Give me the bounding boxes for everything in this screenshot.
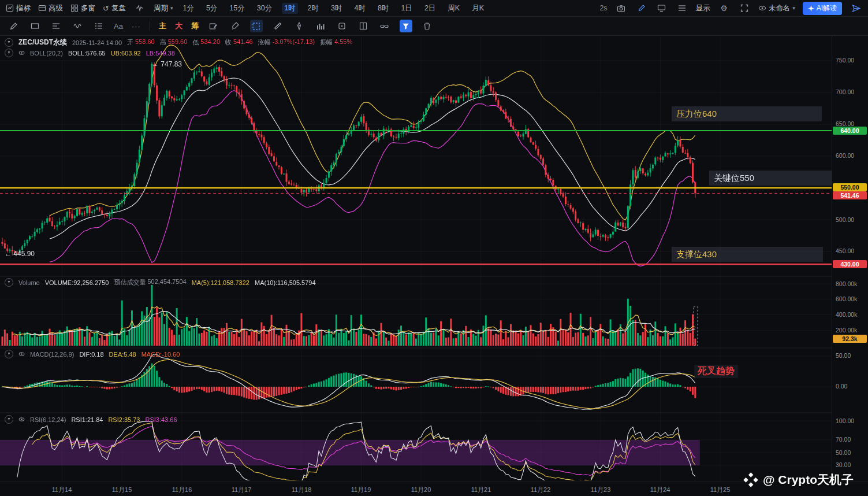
period-dropdown[interactable]: 周期▾ xyxy=(154,3,173,13)
filter-tool-active[interactable] xyxy=(400,20,412,32)
tf-1w[interactable]: 周K xyxy=(445,3,462,14)
tf-15m[interactable]: 15分 xyxy=(227,3,247,14)
display-menu[interactable]: 显示 xyxy=(696,3,710,13)
pressure-annotation[interactable]: 压力位640 xyxy=(672,106,822,121)
price-tick: 500.00 xyxy=(836,216,854,223)
tf-2h[interactable]: 2时 xyxy=(306,3,321,14)
last-price-badge: 541.46 xyxy=(833,191,867,199)
replay-label: 复盘 xyxy=(111,3,126,13)
multiwindow-menu[interactable]: 多窗 xyxy=(70,3,95,13)
panel-icon xyxy=(359,22,367,30)
rsi1-value: RSI1:21.84 xyxy=(71,416,103,423)
tf-8h[interactable]: 8时 xyxy=(375,3,391,14)
tf-5m[interactable]: 5分 xyxy=(204,3,219,14)
monitor-icon xyxy=(657,4,666,12)
pen-tool[interactable] xyxy=(293,20,306,32)
boll-legend-row: ▾ BOLL(20,2) BOLL:576.65 UB:603.92 LB:54… xyxy=(5,49,175,57)
close-value: 541.46 xyxy=(233,38,253,47)
indicator-icon xyxy=(6,4,14,12)
frame-tool[interactable] xyxy=(336,20,348,32)
time-label: 11月16 xyxy=(172,486,192,494)
tf-1h-active[interactable]: 1时 xyxy=(282,3,297,14)
low-value: 534.20 xyxy=(200,38,220,47)
fullscreen-button[interactable] xyxy=(738,2,751,14)
lines-tool[interactable] xyxy=(50,20,62,32)
list-button[interactable] xyxy=(676,2,688,14)
volume-value: VOLUME:92,256.2750 xyxy=(45,279,109,286)
wave-tool[interactable] xyxy=(71,20,84,32)
collapse-macd-icon[interactable]: ▾ xyxy=(5,350,13,358)
speed-label[interactable]: 2s xyxy=(599,4,607,12)
key-level-annotation[interactable]: 关键位550 xyxy=(709,171,832,186)
rect-tool[interactable] xyxy=(28,20,41,32)
delete-tool[interactable] xyxy=(421,20,434,32)
display-label: 显示 xyxy=(696,3,710,13)
layout-button[interactable] xyxy=(655,2,668,14)
est-volume-value: 502,454.7504 xyxy=(147,278,186,287)
rsi2-value: RSI2:35.73 xyxy=(108,416,140,423)
tf-1mo[interactable]: 月K xyxy=(470,3,486,14)
draw-pencil-tool[interactable] xyxy=(7,20,20,32)
collapse-symbol-icon[interactable]: ▾ xyxy=(5,38,13,47)
funnel-icon xyxy=(402,23,409,30)
indicator-menu[interactable]: 指标 xyxy=(6,3,31,13)
more-tools[interactable]: ··· xyxy=(132,22,141,31)
current-volume-badge: 92.3k xyxy=(833,335,867,343)
amplitude-label: 振幅 xyxy=(320,38,333,47)
kline-style-button[interactable] xyxy=(133,2,146,14)
big-order-toggle[interactable]: 大 xyxy=(175,21,182,31)
panel-tool[interactable] xyxy=(357,20,370,32)
brush-tool[interactable] xyxy=(229,20,241,32)
list-icon xyxy=(95,23,103,29)
pattern-tool[interactable] xyxy=(314,20,327,32)
eye-icon[interactable] xyxy=(18,416,25,423)
candle-datetime: 2025-11-24 14:00 xyxy=(72,39,122,46)
text-tool[interactable]: Aa xyxy=(114,22,123,31)
volume-ma10-value: MA(10):116,505.5794 xyxy=(255,279,316,286)
tf-1m[interactable]: 1分 xyxy=(180,3,196,14)
volume-name: Volume xyxy=(18,279,40,286)
est-volume-label: 预估成交量 xyxy=(114,278,146,287)
collapse-boll-icon[interactable]: ▾ xyxy=(5,49,13,57)
draw-mode-button[interactable] xyxy=(635,2,648,14)
time-label: 11月22 xyxy=(531,486,551,494)
replay-button[interactable]: ↺ 复盘 xyxy=(103,3,126,13)
macd-name: MACD(12,26,9) xyxy=(30,351,74,358)
layout-name-dropdown[interactable]: 未命名▾ xyxy=(758,3,795,13)
ai-analysis-button[interactable]: AI解读 xyxy=(803,2,842,15)
tf-3h[interactable]: 3时 xyxy=(329,3,344,14)
rsi-tick: 30.00 xyxy=(836,461,851,468)
collapse-volume-icon[interactable]: ▾ xyxy=(5,278,13,287)
chip-distribution-toggle[interactable]: 筹 xyxy=(191,21,199,31)
time-label: 11月19 xyxy=(351,486,371,494)
tf-2d[interactable]: 2日 xyxy=(422,3,438,14)
advanced-menu[interactable]: 高级 xyxy=(38,3,63,13)
support-annotation[interactable]: 支撑位430 xyxy=(672,247,823,262)
high-label: 高 xyxy=(160,38,166,47)
volume-tick: 400.00k xyxy=(836,311,857,318)
indicator-label: 指标 xyxy=(16,3,31,13)
brush-icon xyxy=(231,22,239,30)
link-tool[interactable] xyxy=(378,20,391,32)
symbol-legend-row: ▾ ZEC/USDT永续 2025-11-24 14:00 开558.60 高5… xyxy=(5,38,352,47)
ruler-tool[interactable] xyxy=(271,20,284,32)
send-icon xyxy=(852,4,860,13)
tf-4h[interactable]: 4时 xyxy=(352,3,368,14)
tf-1d[interactable]: 1日 xyxy=(398,3,414,14)
share-button[interactable] xyxy=(850,2,862,14)
main-chart-toggle[interactable]: 主 xyxy=(159,21,166,31)
box-select-tool[interactable] xyxy=(250,20,263,32)
support-price-badge: 430.00 xyxy=(833,260,867,268)
collapse-rsi-icon[interactable]: ▾ xyxy=(5,415,13,424)
note-tool[interactable] xyxy=(207,20,220,32)
eye-icon[interactable] xyxy=(18,351,25,357)
death-cross-annotation[interactable]: 死叉趋势 xyxy=(694,365,738,378)
volume-tick: 800.00k xyxy=(836,280,857,287)
list-tool[interactable] xyxy=(92,20,105,32)
eye-icon[interactable] xyxy=(18,50,25,56)
screenshot-button[interactable] xyxy=(615,2,628,14)
settings-button[interactable]: ⚙ xyxy=(718,2,731,14)
period-label: 周期 xyxy=(154,3,168,13)
tf-30m[interactable]: 30分 xyxy=(255,3,274,14)
top-toolbar: 指标 高级 多窗 ↺ 复盘 周期▾ 1分 5分 15分 30分 1时 2时 3时… xyxy=(0,0,868,17)
